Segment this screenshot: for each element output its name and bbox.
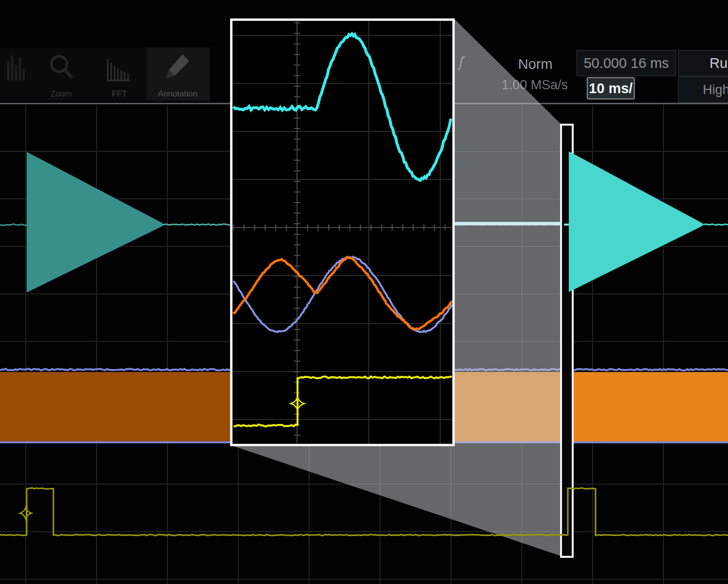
zoom-inset-window xyxy=(230,18,455,446)
zoom-inset-plot xyxy=(232,21,452,444)
cyan-flat-zoomed xyxy=(233,106,317,110)
cyan-baseline-right xyxy=(702,224,728,225)
teal-burst-envelope xyxy=(27,152,163,292)
oscilloscope-screen: Zoom FFT xyxy=(0,0,728,584)
yellow-digital-trace xyxy=(0,488,728,535)
cyan-burst-envelope xyxy=(569,151,702,292)
teal-baseline-left xyxy=(0,224,27,226)
graticule-axis-ticks xyxy=(233,225,452,231)
cyan-sine-zoomed xyxy=(317,34,451,180)
graticule-grid xyxy=(232,21,452,444)
yellow-step-zoomed xyxy=(233,376,452,426)
orange-sine-zoomed xyxy=(233,257,452,329)
